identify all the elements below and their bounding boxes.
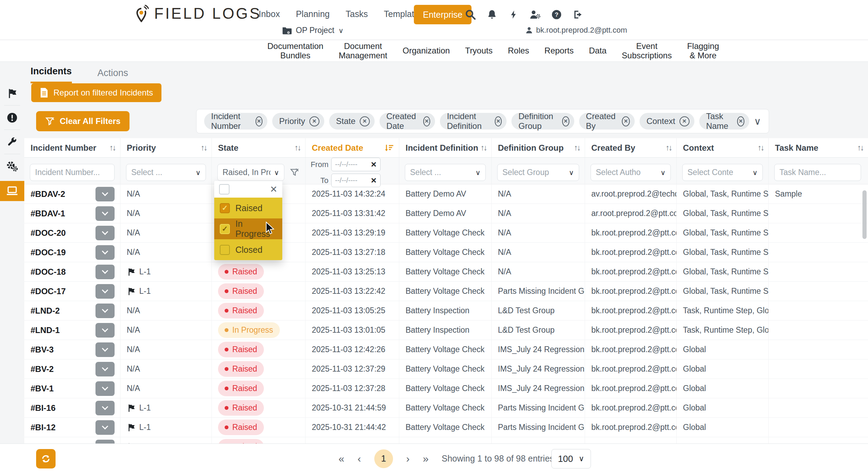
- remove-chip-icon[interactable]: ✕: [423, 116, 430, 126]
- column-header[interactable]: Created By ↑↓: [585, 138, 677, 157]
- remove-chip-icon[interactable]: ✕: [737, 116, 744, 126]
- sort-icon[interactable]: ↑↓: [481, 143, 486, 152]
- dropdown-option[interactable]: ✓ In Progress: [214, 218, 282, 239]
- column-header[interactable]: State ↑↓: [212, 138, 306, 157]
- user-admin-icon[interactable]: [529, 8, 541, 21]
- report-filtered-incidents-button[interactable]: Report on filtered Incidents: [31, 83, 161, 102]
- incident-row[interactable]: #DOC-20 N/A Raised 2025-11-03 13:29:19: [24, 223, 868, 243]
- tab-incidents[interactable]: Incidents: [31, 66, 72, 83]
- clear-date-icon[interactable]: ✕: [370, 176, 377, 185]
- incident-row[interactable]: #BV-3 N/A Raised 2025-11-03 12:42:26: [24, 340, 868, 359]
- column-header[interactable]: Task Name ↑↓: [769, 138, 868, 157]
- sidebar-item-tools[interactable]: [0, 130, 24, 154]
- created-by-filter-select[interactable]: Select Autho ∨: [591, 164, 671, 181]
- sort-icon[interactable]: ↑↓: [666, 143, 671, 152]
- state-filter-select[interactable]: Raised, In Progress ∨: [217, 164, 284, 181]
- sidebar-item-settings[interactable]: [0, 154, 24, 178]
- user-account[interactable]: bk.root.preprod.2@ptt.com: [525, 26, 627, 35]
- row-expand-button[interactable]: [95, 284, 115, 299]
- incident-row[interactable]: #BI-12 L-1 Raised 2025-10-31 21:44:42: [24, 418, 868, 437]
- select-all-checkbox[interactable]: [219, 184, 229, 194]
- page-size-select[interactable]: 100 ∨: [551, 449, 591, 468]
- remove-chip-icon[interactable]: ✕: [360, 116, 370, 126]
- row-expand-button[interactable]: [95, 381, 115, 396]
- module-nav-item[interactable]: Reports: [544, 46, 574, 56]
- row-expand-button[interactable]: [95, 226, 115, 240]
- sidebar-item-flags[interactable]: [0, 81, 24, 105]
- module-nav-item[interactable]: Roles: [508, 46, 529, 56]
- dropdown-option[interactable]: ✓ Raised: [214, 198, 282, 218]
- definition-filter-select[interactable]: Select ... ∨: [405, 164, 486, 181]
- nav-link[interactable]: Inbox: [259, 9, 280, 19]
- column-header[interactable]: Incident Definition ↑↓: [399, 138, 492, 157]
- clear-all-filters-button[interactable]: Clear All Filters: [36, 111, 130, 131]
- row-expand-button[interactable]: [95, 401, 115, 415]
- row-expand-button[interactable]: [95, 245, 115, 260]
- logout-icon[interactable]: [572, 8, 584, 21]
- module-nav-item[interactable]: Flagging & More: [687, 42, 719, 60]
- activity-bolt-icon[interactable]: [507, 8, 520, 21]
- row-expand-button[interactable]: [95, 187, 115, 201]
- tab-actions[interactable]: Actions: [98, 68, 128, 83]
- collapse-chips-chevron-icon[interactable]: ∨: [754, 116, 761, 127]
- option-checkbox[interactable]: ✓: [220, 245, 230, 255]
- sort-icon[interactable]: ↑↓: [294, 143, 300, 152]
- row-expand-button[interactable]: [95, 265, 115, 279]
- notifications-bell-icon[interactable]: [486, 8, 498, 21]
- column-header[interactable]: Priority ↑↓: [120, 138, 212, 157]
- row-expand-button[interactable]: [95, 323, 115, 338]
- incident-row[interactable]: #DOC-19 N/A Raised 2025-11-03 13:27:18: [24, 243, 868, 262]
- refresh-button[interactable]: [36, 449, 56, 468]
- remove-chip-icon[interactable]: ✕: [679, 116, 690, 126]
- row-expand-button[interactable]: [95, 362, 115, 376]
- module-nav-item[interactable]: Documentation Bundles: [267, 42, 323, 60]
- incident-row[interactable]: #DOC-18 L-1 Raised 2025-11-03 13:25:13: [24, 262, 868, 282]
- task-name-filter-input[interactable]: Task Name...: [774, 164, 861, 181]
- incident-row[interactable]: #LND-1 N/A In Progress 2025-11-03 13:01:…: [24, 321, 868, 340]
- column-header[interactable]: Context ↑↓: [677, 138, 769, 157]
- incident-row[interactable]: #BDAV-2 N/A Raised 2025-11-03 14:32:24: [24, 184, 868, 204]
- incident-number-filter-input[interactable]: Incident Number...: [30, 164, 115, 181]
- incident-row[interactable]: #BV-1 N/A Raised 2025-11-03 12:37:28: [24, 379, 868, 398]
- search-icon[interactable]: [464, 8, 477, 21]
- enterprise-button[interactable]: Enterprise: [414, 5, 471, 24]
- first-page-button[interactable]: «: [339, 453, 344, 465]
- incident-row[interactable]: #BDAV-1 N/A Raised 2025-11-03 13:31:42: [24, 204, 868, 223]
- sort-icon[interactable]: ↑↓: [857, 143, 863, 152]
- incident-row[interactable]: #BI-11 L-1 Raised: [24, 437, 868, 443]
- group-filter-select[interactable]: Select Group ∨: [497, 164, 579, 181]
- clear-state-filter-icon[interactable]: [289, 167, 300, 178]
- row-expand-button[interactable]: [95, 206, 115, 221]
- current-page-button[interactable]: 1: [374, 449, 393, 468]
- sort-desc-active-icon[interactable]: [384, 143, 394, 153]
- row-expand-button[interactable]: [95, 420, 115, 435]
- remove-chip-icon[interactable]: ✕: [495, 116, 502, 126]
- context-filter-select[interactable]: Select Conte ∨: [682, 164, 763, 181]
- incident-row[interactable]: #DOC-17 L-1 Raised 2025-11-03 13:22:42: [24, 282, 868, 301]
- module-nav-item[interactable]: Tryouts: [465, 46, 493, 56]
- sidebar-item-workspace-active[interactable]: [0, 181, 24, 201]
- module-nav-item[interactable]: Data: [589, 46, 607, 56]
- column-header[interactable]: Incident Number ↑↓: [24, 138, 120, 157]
- row-expand-button[interactable]: [95, 342, 115, 357]
- incident-row[interactable]: #LND-2 N/A Raised 2025-11-03 13:05:25: [24, 301, 868, 321]
- incident-row[interactable]: #BI-16 L-1 Raised 2025-10-31 21:44:59: [24, 398, 868, 418]
- sort-icon[interactable]: ↑↓: [201, 143, 207, 152]
- dropdown-option[interactable]: ✓ Closed: [214, 239, 282, 260]
- nav-link[interactable]: Tasks: [345, 9, 368, 19]
- row-expand-button[interactable]: [95, 304, 115, 318]
- option-checkbox[interactable]: ✓: [220, 203, 230, 213]
- remove-chip-icon[interactable]: ✕: [256, 116, 262, 126]
- nav-link[interactable]: Planning: [296, 9, 329, 19]
- priority-filter-select[interactable]: Select ... ∨: [126, 164, 206, 181]
- sort-icon[interactable]: ↑↓: [109, 143, 115, 152]
- date-from-input[interactable]: --/--/---- ✕: [331, 158, 381, 171]
- last-page-button[interactable]: »: [423, 453, 429, 465]
- remove-chip-icon[interactable]: ✕: [562, 116, 569, 126]
- sort-icon[interactable]: ↑↓: [574, 143, 580, 152]
- remove-chip-icon[interactable]: ✕: [622, 116, 630, 126]
- incident-row[interactable]: #BV-2 N/A Raised 2025-11-03 12:37:29: [24, 359, 868, 379]
- vertical-scrollbar-thumb[interactable]: [862, 190, 867, 239]
- help-icon[interactable]: ?: [550, 8, 563, 21]
- remove-chip-icon[interactable]: ✕: [309, 116, 319, 126]
